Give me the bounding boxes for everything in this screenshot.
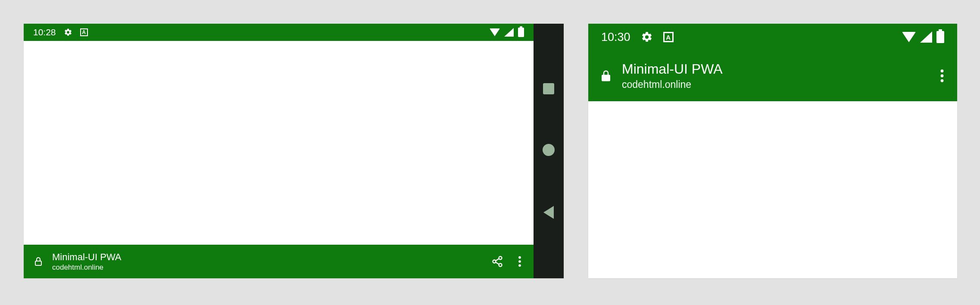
signal-icon (920, 31, 932, 43)
svg-point-6 (518, 256, 521, 259)
app-title: Minimal-UI PWA (622, 60, 722, 78)
status-right-group (902, 31, 944, 43)
status-right-group (490, 28, 524, 37)
wifi-icon (490, 28, 500, 36)
webview-content[interactable] (24, 41, 534, 245)
system-nav-bar (534, 24, 564, 278)
home-button[interactable] (543, 144, 555, 156)
svg-point-7 (518, 260, 521, 263)
app-subtitle: codehtml.online (52, 263, 122, 272)
device-landscape: 10:28 A Minimal-UI PWA codehtml.online (24, 24, 564, 278)
battery-icon (518, 28, 524, 37)
screen-area: 10:28 A Minimal-UI PWA codehtml.online (24, 24, 534, 278)
status-bar: 10:28 A (24, 24, 534, 41)
status-left-group: 10:28 A (33, 27, 88, 37)
lock-icon (33, 256, 44, 267)
gear-icon (64, 28, 72, 37)
overview-button[interactable] (543, 83, 554, 94)
app-bar: Minimal-UI PWA codehtml.online (24, 245, 534, 278)
more-options-icon[interactable] (512, 255, 524, 268)
svg-point-8 (518, 265, 521, 267)
lock-icon (599, 69, 612, 82)
battery-icon (936, 31, 944, 43)
wifi-icon (902, 32, 916, 42)
status-bar: 10:30 A (588, 24, 957, 50)
signal-icon (504, 28, 514, 37)
gear-icon (641, 31, 653, 43)
device-portrait: 10:30 A Minimal-UI PWA codehtml.online (588, 24, 957, 278)
language-icon: A (663, 32, 674, 42)
svg-point-9 (941, 69, 944, 72)
status-time: 10:30 (601, 31, 630, 44)
language-icon: A (80, 28, 88, 36)
status-left-group: 10:30 A (601, 31, 674, 44)
app-subtitle: codehtml.online (622, 78, 722, 91)
app-bar-titles: Minimal-UI PWA codehtml.online (52, 251, 122, 272)
svg-rect-0 (35, 261, 41, 265)
app-bar: Minimal-UI PWA codehtml.online (588, 50, 957, 101)
svg-point-10 (941, 75, 944, 78)
back-button[interactable] (543, 206, 554, 219)
webview-content[interactable] (588, 101, 957, 278)
more-options-icon[interactable] (940, 68, 944, 83)
svg-line-4 (496, 262, 499, 265)
status-time: 10:28 (33, 27, 56, 37)
svg-point-11 (941, 79, 944, 82)
share-icon[interactable] (491, 255, 503, 268)
app-title: Minimal-UI PWA (52, 251, 122, 263)
svg-line-5 (496, 259, 499, 261)
app-bar-titles: Minimal-UI PWA codehtml.online (622, 60, 722, 91)
